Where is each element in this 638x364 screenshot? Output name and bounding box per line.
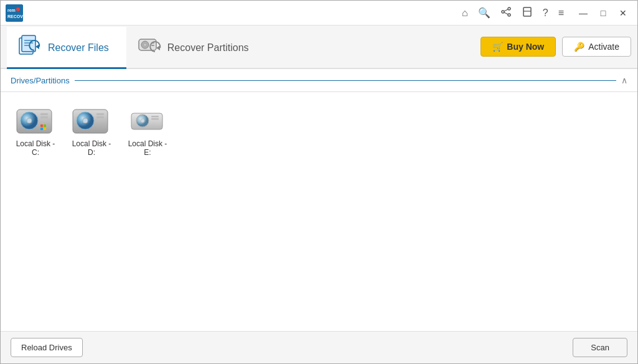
svg-text:RECOVER: RECOVER xyxy=(7,14,23,19)
cart-icon: 🛒 xyxy=(492,42,503,52)
drive-d-icon xyxy=(72,105,111,137)
svg-rect-31 xyxy=(40,113,48,115)
minimize-button[interactable]: — xyxy=(574,4,593,22)
drive-c-item[interactable]: Local Disk - C: xyxy=(11,102,60,159)
logo-icon: rem RECOVER xyxy=(6,4,23,22)
content-area: Drives/Partitions ∧ xyxy=(1,69,637,331)
svg-rect-32 xyxy=(40,116,48,118)
maximize-button[interactable]: □ xyxy=(594,4,612,22)
drive-e-label: Local Disk - E: xyxy=(125,139,170,157)
tab-actions: 🛒 Buy Now 🔑 Activate xyxy=(481,26,631,68)
svg-point-4 xyxy=(508,7,510,10)
share-icon[interactable] xyxy=(500,6,512,20)
drive-e-item[interactable]: Local Disk - E: xyxy=(123,102,172,159)
buy-now-button[interactable]: 🛒 Buy Now xyxy=(481,37,556,57)
svg-text:rem: rem xyxy=(7,8,16,12)
recover-files-icon xyxy=(17,34,42,61)
reload-drives-button[interactable]: Reload Drives xyxy=(11,338,83,357)
svg-rect-42 xyxy=(151,118,159,120)
menu-icon[interactable]: ≡ xyxy=(558,7,564,19)
activate-label: Activate xyxy=(588,42,619,52)
svg-point-35 xyxy=(83,118,88,123)
drive-c-icon xyxy=(16,105,55,137)
titlebar-left: rem RECOVER xyxy=(6,4,23,22)
svg-rect-29 xyxy=(40,128,43,130)
main-window: rem RECOVER ⌂ 🔍 xyxy=(0,0,638,364)
svg-rect-27 xyxy=(40,124,43,127)
svg-line-7 xyxy=(504,9,508,11)
svg-point-19 xyxy=(144,44,146,46)
buy-now-label: Buy Now xyxy=(507,42,544,52)
footer: Reload Drives Scan xyxy=(1,331,637,363)
svg-point-6 xyxy=(508,14,510,16)
svg-point-5 xyxy=(502,11,504,13)
drive-c-label: Local Disk - C: xyxy=(13,139,58,157)
key-icon: 🔑 xyxy=(574,42,584,52)
svg-marker-22 xyxy=(156,45,160,50)
svg-rect-30 xyxy=(44,128,46,130)
svg-rect-37 xyxy=(96,116,104,118)
svg-point-40 xyxy=(141,119,144,123)
collapse-icon[interactable]: ∧ xyxy=(621,75,627,85)
tabbar: Recover Files xyxy=(1,26,637,69)
titlebar-icons: ⌂ 🔍 ? ≡ — □ xyxy=(462,4,632,22)
svg-point-25 xyxy=(27,118,32,123)
svg-rect-0 xyxy=(6,4,23,22)
svg-rect-41 xyxy=(151,116,159,118)
titlebar: rem RECOVER ⌂ 🔍 xyxy=(1,1,637,26)
section-divider xyxy=(75,80,616,81)
svg-marker-16 xyxy=(35,44,39,49)
drives-section-title: Drives/Partitions xyxy=(11,76,70,85)
tabs-container: Recover Files xyxy=(7,26,266,68)
drive-d-item[interactable]: Local Disk - D: xyxy=(67,102,116,159)
activate-button[interactable]: 🔑 Activate xyxy=(562,37,631,57)
drive-d-label: Local Disk - D: xyxy=(69,139,114,157)
svg-rect-36 xyxy=(96,113,104,115)
svg-rect-9 xyxy=(523,7,531,16)
scan-button[interactable]: Scan xyxy=(573,338,627,357)
search-icon[interactable]: 🔍 xyxy=(478,7,490,19)
window-controls: — □ ✕ xyxy=(574,4,632,22)
tab-recover-partitions[interactable]: Recover Partitions xyxy=(126,27,266,69)
svg-line-8 xyxy=(504,12,508,14)
drive-e-icon xyxy=(128,105,167,137)
svg-rect-12 xyxy=(22,35,35,52)
help-icon[interactable]: ? xyxy=(543,7,548,19)
recover-partitions-icon xyxy=(136,34,161,61)
svg-rect-28 xyxy=(44,124,46,127)
home-icon[interactable]: ⌂ xyxy=(462,7,468,19)
bookmark-icon[interactable] xyxy=(522,6,533,20)
tab-recover-partitions-label: Recover Partitions xyxy=(167,42,249,54)
tab-recover-files[interactable]: Recover Files xyxy=(7,27,126,69)
svg-point-2 xyxy=(16,7,20,11)
app-logo: rem RECOVER xyxy=(6,4,23,22)
drives-section-header: Drives/Partitions ∧ xyxy=(1,69,637,92)
drives-area: Local Disk - C: xyxy=(1,92,637,331)
close-button[interactable]: ✕ xyxy=(614,4,632,22)
svg-rect-21 xyxy=(151,45,154,46)
tab-recover-files-label: Recover Files xyxy=(48,42,109,54)
